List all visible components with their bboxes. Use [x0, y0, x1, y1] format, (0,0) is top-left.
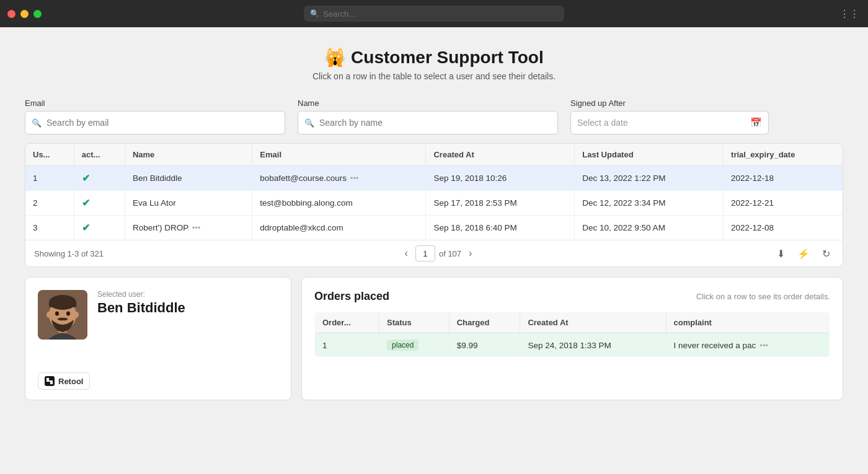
table-row[interactable]: 2 ✔ Eva Lu Ator test@bobbing.along.com S… — [25, 191, 843, 216]
orders-col-status: Status — [379, 312, 450, 333]
prev-page-button[interactable]: ‹ — [401, 247, 412, 260]
svg-point-7 — [66, 312, 70, 316]
cell-name: Robert') DROP ••• — [125, 216, 252, 240]
cell-last-updated: Dec 10, 2022 9:50 AM — [575, 216, 724, 240]
cell-last-updated: Dec 12, 2022 3:34 PM — [575, 191, 724, 216]
cell-active: ✔ — [74, 191, 125, 216]
orders-header: Orders placed Click on a row to see its … — [314, 290, 830, 303]
orders-cell-status: placed — [379, 333, 450, 358]
of-pages-text: of 107 — [439, 249, 461, 258]
retool-logo-icon — [46, 378, 53, 384]
status-badge: placed — [387, 340, 418, 351]
filter-button[interactable]: ⚡ — [794, 247, 813, 261]
name-filter-label: Name — [298, 99, 558, 108]
cell-trial-expiry: 2022-12-08 — [724, 216, 843, 240]
users-table-container: Us... act... Name Email Created At Last … — [25, 143, 843, 267]
orders-cell-complaint: I never received a pac ••• — [666, 333, 830, 358]
close-button[interactable] — [7, 10, 16, 18]
date-picker[interactable]: Select a date 📅 — [570, 111, 769, 134]
name-search-input[interactable] — [319, 118, 428, 128]
minimize-button[interactable] — [20, 10, 29, 18]
orders-table: Order... Status Charged Created At compl… — [314, 312, 830, 358]
retool-logo — [45, 376, 55, 386]
orders-title: Orders placed — [314, 290, 389, 303]
date-filter-group: Signed up After Select a date 📅 — [570, 99, 769, 134]
titlebar: 🔍 ⋮⋮ — [0, 0, 868, 27]
cell-created-at: Sep 18, 2018 6:40 PM — [426, 216, 575, 240]
svg-rect-10 — [46, 378, 49, 380]
svg-point-8 — [46, 312, 51, 318]
titlebar-search-input[interactable] — [323, 9, 558, 19]
cell-active: ✔ — [74, 166, 125, 191]
cell-trial-expiry: 2022-12-21 — [724, 191, 843, 216]
svg-point-9 — [74, 312, 79, 318]
cell-user-id: 3 — [25, 216, 74, 240]
search-icon: 🔍 — [310, 9, 319, 18]
table-header-row: Us... act... Name Email Created At Last … — [25, 144, 843, 166]
name-options-button[interactable]: ••• — [191, 223, 202, 232]
complaint-options-button[interactable]: ••• — [758, 341, 769, 350]
orders-col-created-at: Created At — [520, 312, 666, 333]
calendar-icon: 📅 — [750, 117, 762, 128]
user-details: Selected user: Ben Bitdiddle — [97, 290, 278, 316]
active-check-icon: ✔ — [82, 222, 90, 233]
date-filter-label: Signed up After — [570, 99, 769, 108]
orders-col-complaint: complaint — [666, 312, 830, 333]
refresh-button[interactable]: ↻ — [818, 247, 834, 261]
active-check-icon: ✔ — [82, 198, 90, 208]
user-info: Selected user: Ben Bitdiddle — [38, 290, 278, 340]
cell-created-at: Sep 17, 2018 2:53 PM — [426, 191, 575, 216]
download-button[interactable]: ⬇ — [773, 247, 789, 261]
cell-active: ✔ — [74, 216, 125, 240]
date-placeholder-text: Select a date — [577, 118, 745, 128]
email-filter-label: Email — [25, 99, 285, 108]
retool-label-text: Retool — [58, 377, 83, 386]
page-number-input[interactable] — [415, 245, 435, 261]
page-emoji: 🙀 — [324, 48, 346, 67]
cell-name: Ben Bitdiddle — [125, 166, 252, 191]
orders-panel: Orders placed Click on a row to see its … — [301, 277, 843, 400]
email-filter-container[interactable]: 🔍 — [25, 111, 285, 134]
table-row[interactable]: 1 ✔ Ben Bitdiddle bobafett@course.cours … — [25, 166, 843, 191]
col-name: Name — [125, 144, 252, 166]
svg-point-6 — [55, 312, 59, 316]
cell-last-updated: Dec 13, 2022 1:22 PM — [575, 166, 724, 191]
next-page-button[interactable]: › — [465, 247, 476, 260]
page-title: 🙀 Customer Support Tool — [25, 47, 843, 68]
active-check-icon: ✔ — [82, 173, 90, 183]
menu-icon[interactable]: ⋮⋮ — [839, 8, 859, 20]
email-options-button[interactable]: ••• — [349, 173, 360, 183]
user-panel: Selected user: Ben Bitdiddle Email Addre… — [25, 277, 291, 400]
cell-email: ddroptable@xkcd.com — [252, 216, 426, 240]
titlebar-search[interactable]: 🔍 — [304, 6, 564, 22]
avatar-image — [38, 290, 87, 340]
filters-row: Email 🔍 Name 🔍 Signed up After Select a … — [25, 99, 843, 134]
page-title-text: Customer Support Tool — [351, 48, 544, 67]
orders-cell-id: 1 — [315, 333, 379, 358]
selected-user-label: Selected user: — [97, 290, 278, 299]
cell-trial-expiry: 2022-12-18 — [724, 166, 843, 191]
traffic-lights — [7, 10, 42, 18]
cell-created-at: Sep 19, 2018 10:26 — [426, 166, 575, 191]
orders-cell-charged: $9.99 — [449, 333, 520, 358]
orders-header-row: Order... Status Charged Created At compl… — [315, 312, 830, 333]
email-search-icon: 🔍 — [32, 118, 42, 128]
fullscreen-button[interactable] — [33, 10, 42, 18]
table-row[interactable]: 3 ✔ Robert') DROP ••• ddroptable@xkcd.co… — [25, 216, 843, 240]
cell-email: test@bobbing.along.com — [252, 191, 426, 216]
svg-rect-12 — [46, 380, 53, 382]
orders-cell-created-at: Sep 24, 2018 1:33 PM — [520, 333, 666, 358]
orders-table-row[interactable]: 1 placed $9.99 Sep 24, 2018 1:33 PM I ne… — [315, 333, 830, 358]
name-search-icon: 🔍 — [304, 118, 314, 128]
cell-user-id: 1 — [25, 166, 74, 191]
name-filter-container[interactable]: 🔍 — [298, 111, 558, 134]
users-table: Us... act... Name Email Created At Last … — [25, 144, 843, 240]
email-filter-group: Email 🔍 — [25, 99, 285, 134]
orders-hint: Click on a row to see its order details. — [696, 292, 830, 301]
col-trial-expiry: trial_expiry_date — [724, 144, 843, 166]
col-user-id: Us... — [25, 144, 74, 166]
cell-email: bobafett@course.cours ••• — [252, 166, 426, 191]
email-search-input[interactable] — [46, 118, 155, 128]
user-avatar — [38, 290, 87, 340]
retool-badge: Retool — [38, 372, 90, 390]
